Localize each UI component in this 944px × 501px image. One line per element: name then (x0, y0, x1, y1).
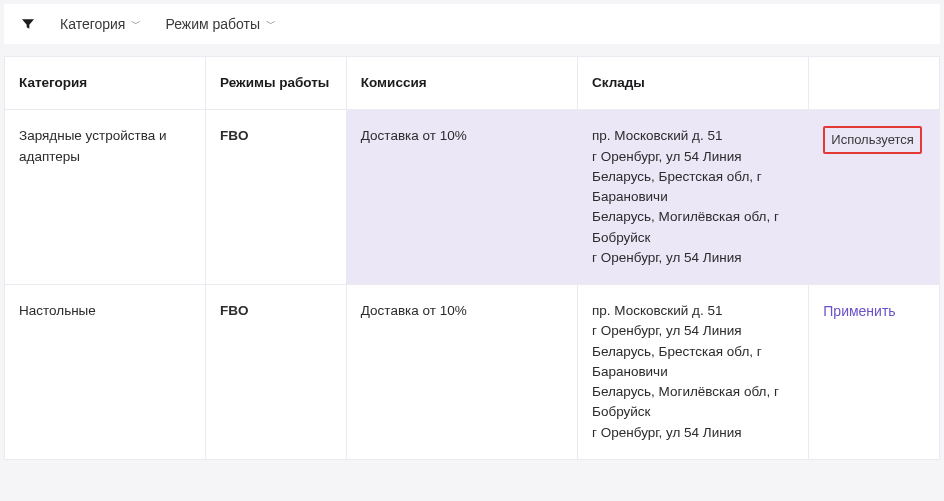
status-badge-used: Используется (823, 126, 922, 154)
filter-category-dropdown[interactable]: Категория ﹀ (60, 12, 141, 36)
cell-action: Применить (809, 285, 940, 460)
warehouse-line: г Оренбург, ул 54 Линия (592, 147, 794, 167)
warehouse-line: Беларусь, Брестская обл, г Барановичи (592, 342, 794, 383)
col-header-category: Категория (5, 57, 206, 110)
filter-category-label: Категория (60, 16, 125, 32)
chevron-down-icon: ﹀ (131, 17, 141, 31)
table-row: Настольные FBO Доставка от 10% пр. Моско… (5, 285, 940, 460)
warehouse-line: г Оренбург, ул 54 Линия (592, 321, 794, 341)
cell-category: Зарядные устройства и адаптеры (5, 110, 206, 285)
filter-mode-label: Режим работы (165, 16, 260, 32)
apply-button[interactable]: Применить (823, 303, 895, 319)
warehouse-line: г Оренбург, ул 54 Линия (592, 248, 794, 268)
warehouse-line: г Оренбург, ул 54 Линия (592, 423, 794, 443)
cell-action: Используется (809, 110, 940, 285)
mode-value: FBO (220, 128, 249, 143)
col-header-commission: Комиссия (346, 57, 577, 110)
cell-mode: FBO (206, 110, 347, 285)
warehouse-line: Беларусь, Брестская обл, г Барановичи (592, 167, 794, 208)
warehouse-line: Беларусь, Могилёвская обл, г Бобруйск (592, 382, 794, 423)
cell-category: Настольные (5, 285, 206, 460)
filter-bar: Категория ﹀ Режим работы ﹀ (4, 4, 940, 44)
warehouse-line: Беларусь, Могилёвская обл, г Бобруйск (592, 207, 794, 248)
col-header-actions (809, 57, 940, 110)
cell-warehouses: пр. Московский д. 51 г Оренбург, ул 54 Л… (578, 110, 809, 285)
cell-commission: Доставка от 10% (346, 110, 577, 285)
col-header-modes: Режимы работы (206, 57, 347, 110)
col-header-warehouses: Склады (578, 57, 809, 110)
mode-value: FBO (220, 303, 249, 318)
filter-mode-dropdown[interactable]: Режим работы ﹀ (165, 12, 276, 36)
filter-icon (20, 16, 36, 32)
table-row: Зарядные устройства и адаптеры FBO Доста… (5, 110, 940, 285)
rules-table: Категория Режимы работы Комиссия Склады … (4, 56, 940, 460)
cell-warehouses: пр. Московский д. 51 г Оренбург, ул 54 Л… (578, 285, 809, 460)
table-header-row: Категория Режимы работы Комиссия Склады (5, 57, 940, 110)
chevron-down-icon: ﹀ (266, 17, 276, 31)
warehouse-line: пр. Московский д. 51 (592, 301, 794, 321)
cell-commission: Доставка от 10% (346, 285, 577, 460)
warehouse-line: пр. Московский д. 51 (592, 126, 794, 146)
cell-mode: FBO (206, 285, 347, 460)
